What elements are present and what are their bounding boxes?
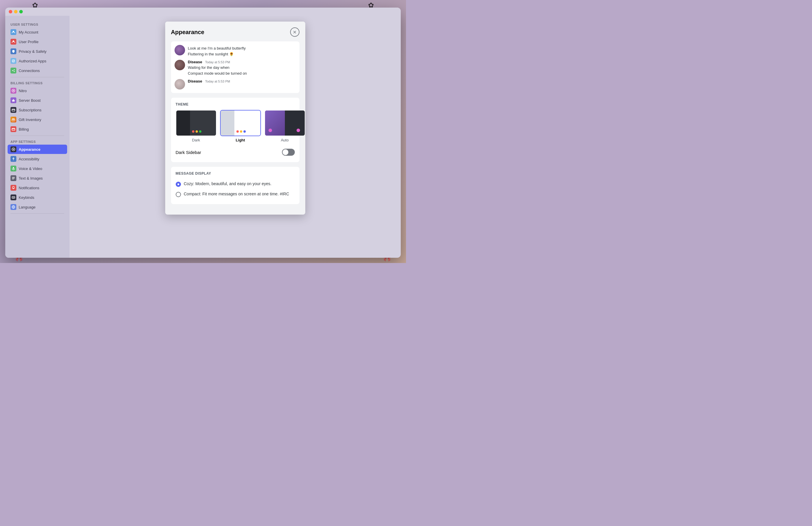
- svg-point-14: [13, 149, 14, 150]
- sidebar-item-authorized-apps[interactable]: Authorized Apps: [8, 56, 67, 65]
- app-settings-label: App Settings: [8, 138, 67, 145]
- language-icon: [11, 204, 16, 210]
- sidebar-item-label-nitro: Nitro: [19, 89, 27, 93]
- theme-option-dark[interactable]: Dark: [176, 110, 217, 142]
- sidebar-item-appearance[interactable]: Appearance: [8, 145, 67, 154]
- chat-content-1: Disease Today at 5:53 PM Waiting for the…: [188, 60, 296, 76]
- svg-point-5: [14, 71, 15, 72]
- sidebar-item-label-connections: Connections: [19, 69, 40, 73]
- divider-1: [11, 77, 64, 77]
- sidebar-item-label-privacy: Privacy & Safety: [19, 49, 46, 54]
- sidebar-item-label-notifications: Notifications: [19, 186, 39, 190]
- sidebar-item-gift-inventory[interactable]: Gift Inventory: [8, 115, 67, 124]
- sidebar-item-label-appearance: Appearance: [19, 147, 40, 152]
- sidebar: User Settings My Account: [5, 16, 70, 258]
- dot-red-dark: [192, 130, 194, 133]
- close-dialog-button[interactable]: ✕: [290, 27, 300, 37]
- nitro-icon: [11, 88, 16, 94]
- svg-point-4: [14, 70, 15, 70]
- dot-white-light: [243, 130, 246, 133]
- dot-yellow-dark: [195, 130, 198, 133]
- sidebar-item-nitro[interactable]: Nitro: [8, 86, 67, 95]
- chat-text-1: Waiting for the day when Compact mode wo…: [188, 65, 296, 76]
- dot-left-auto: [269, 129, 272, 132]
- dot-red-light: [236, 130, 239, 133]
- sidebar-item-billing[interactable]: Billing: [8, 124, 67, 134]
- close-window-button[interactable]: [9, 10, 12, 13]
- dark-sidebar-toggle[interactable]: [282, 149, 295, 156]
- avatar-disease2: [175, 79, 185, 90]
- sidebar-item-label-language: Language: [19, 205, 35, 209]
- minimize-window-button[interactable]: [14, 10, 17, 13]
- sidebar-item-user-profile[interactable]: User Profile: [8, 37, 67, 46]
- chat-username-2: Disease: [188, 79, 202, 84]
- connections-icon: [11, 67, 16, 74]
- chat-text-0: Look at me I'm a beautiful butterfly Flu…: [188, 45, 296, 57]
- dialog-area: Appearance ✕: [70, 16, 401, 258]
- theme-option-auto[interactable]: Auto: [264, 110, 305, 142]
- keybinds-icon: [11, 194, 16, 200]
- sidebar-item-subscriptions[interactable]: Subscriptions: [8, 105, 67, 115]
- sidebar-item-server-boost[interactable]: Server Boost: [8, 96, 67, 105]
- appearance-icon: [11, 146, 16, 152]
- billing-settings-label: Billing Settings: [8, 79, 67, 86]
- privacy-icon: [11, 48, 16, 54]
- theme-preview-dark: [176, 110, 217, 136]
- svg-marker-8: [12, 99, 15, 102]
- sidebar-item-language[interactable]: Language: [8, 202, 67, 212]
- sidebar-item-label-billing: Billing: [19, 127, 29, 132]
- theme-name-light: Light: [236, 138, 245, 142]
- sidebar-item-privacy[interactable]: Privacy & Safety: [8, 47, 67, 56]
- maximize-window-button[interactable]: [19, 10, 23, 13]
- voice-icon: [11, 166, 16, 171]
- sidebar-item-label-subscriptions: Subscriptions: [19, 108, 41, 112]
- theme-option-light[interactable]: Light: [220, 110, 261, 142]
- traffic-lights: [9, 10, 23, 13]
- radio-cozy[interactable]: [176, 182, 181, 187]
- sidebar-item-label-gift-inventory: Gift Inventory: [19, 118, 41, 122]
- chat-line: Waiting for the day when: [188, 65, 296, 71]
- close-icon: ✕: [293, 29, 296, 35]
- chat-message-0: Look at me I'm a beautiful butterfly Flu…: [175, 45, 296, 57]
- message-display-label: Message Display: [176, 171, 295, 176]
- dark-sidebar-row: Dark Sidebar: [176, 147, 295, 157]
- server-boost-icon: [11, 97, 16, 103]
- divider-2: [11, 136, 64, 136]
- titlebar: [5, 7, 401, 16]
- content-area: User Settings My Account: [5, 16, 401, 258]
- sidebar-item-my-account[interactable]: My Account: [8, 27, 67, 37]
- svg-point-3: [12, 70, 13, 71]
- radio-label-compact: Compact: Fit more messages on screen at …: [184, 192, 289, 196]
- radio-option-cozy[interactable]: Cozy: Modern, beautiful, and easy on you…: [176, 179, 295, 189]
- dialog-body[interactable]: Look at me I'm a beautiful butterfly Flu…: [165, 37, 305, 215]
- theme-name-auto: Auto: [281, 138, 289, 142]
- chat-line: Fluttering in the sunlight 🌻: [188, 51, 296, 57]
- sidebar-item-voice-video[interactable]: Voice & Video: [8, 164, 67, 173]
- text-icon: [11, 175, 16, 181]
- svg-rect-16: [13, 167, 14, 169]
- theme-preview-auto: [264, 110, 305, 136]
- sidebar-item-keybinds[interactable]: Keybinds: [8, 193, 67, 202]
- toggle-knob: [282, 149, 288, 155]
- svg-point-15: [13, 157, 14, 158]
- sidebar-item-accessibility[interactable]: Accessibility: [8, 154, 67, 164]
- notifications-icon: [11, 185, 16, 191]
- sidebar-item-notifications[interactable]: Notifications: [8, 183, 67, 193]
- radio-compact[interactable]: [176, 192, 181, 197]
- theme-label: Theme: [176, 102, 295, 106]
- sidebar-item-connections[interactable]: Connections: [8, 66, 67, 75]
- sidebar-item-text-images[interactable]: Text & Images: [8, 174, 67, 183]
- sidebar-item-label-voice-video: Voice & Video: [19, 166, 42, 171]
- dot-green-dark: [199, 130, 201, 133]
- sidebar-item-label-keybinds: Keybinds: [19, 195, 34, 200]
- radio-option-compact[interactable]: Compact: Fit more messages on screen at …: [176, 189, 295, 199]
- theme-section: Theme: [171, 98, 300, 162]
- dark-sidebar-label: Dark Sidebar: [176, 150, 201, 155]
- sidebar-item-label-user-profile: User Profile: [19, 40, 39, 44]
- sidebar-item-label-server-boost: Server Boost: [19, 98, 41, 103]
- subscriptions-icon: [11, 107, 16, 113]
- user-profile-icon: [11, 39, 16, 45]
- preview-chat: Look at me I'm a beautiful butterfly Flu…: [171, 41, 300, 93]
- message-display-section: Message Display Cozy: Modern, beautiful,…: [171, 167, 300, 204]
- dialog-header: Appearance ✕: [165, 21, 305, 37]
